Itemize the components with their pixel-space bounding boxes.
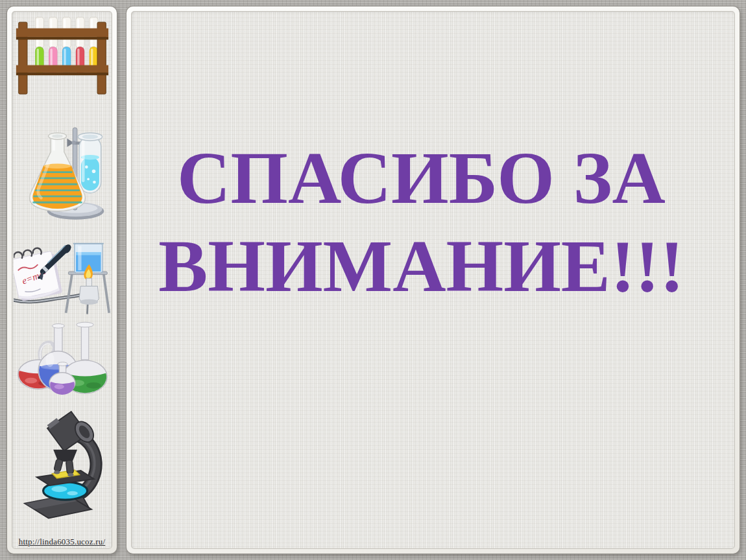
credit-link[interactable]: http://linda6035.ucoz.ru/ <box>19 537 106 547</box>
title-line-1: СПАСИБО ЗА <box>131 134 712 222</box>
notepad-and-burner-icon: e=mc² <box>14 234 111 318</box>
test-tube-rack-graphic <box>14 12 110 95</box>
retort-flasks-icon <box>16 321 108 397</box>
retort-flasks-graphic <box>16 321 108 397</box>
flask-and-stand-graphic <box>17 119 108 228</box>
flask-and-stand-icon <box>17 119 108 228</box>
microscope-graphic <box>18 405 107 522</box>
test-tube-rack-icon <box>14 12 110 95</box>
sidebar-panel: e=mc² <box>7 6 117 554</box>
notepad-and-burner-graphic: e=mc² <box>14 234 111 318</box>
microscope-icon <box>18 405 107 522</box>
slide-panel: СПАСИБО ЗАВНИМАНИЕ!!! <box>126 6 740 554</box>
sidebar-content: e=mc² <box>12 11 112 549</box>
slide-title: СПАСИБО ЗАВНИМАНИЕ!!! <box>131 11 735 310</box>
title-line-2: ВНИМАНИЕ!!! <box>131 222 712 310</box>
slide-content: СПАСИБО ЗАВНИМАНИЕ!!! <box>131 11 735 549</box>
